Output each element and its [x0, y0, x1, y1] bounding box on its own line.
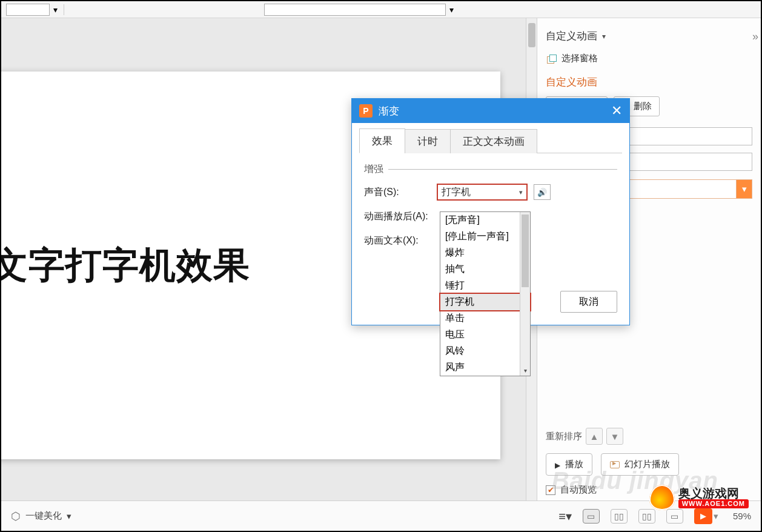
- view-normal-button[interactable]: ▭: [583, 509, 600, 524]
- tab-text-animation[interactable]: 正文文本动画: [450, 129, 537, 153]
- move-down-button[interactable]: ▼: [606, 428, 623, 445]
- logo-text-url: WWW.AOE1.COM: [678, 499, 749, 508]
- chevron-down-icon: ▾: [519, 188, 523, 196]
- selection-pane-link[interactable]: 选择窗格: [546, 47, 752, 75]
- app-icon: P: [359, 104, 373, 118]
- sound-option-click[interactable]: 单击: [440, 310, 530, 327]
- zoom-value[interactable]: 59%: [733, 511, 751, 521]
- sound-select[interactable]: 打字机 ▾: [437, 184, 528, 201]
- selection-pane-icon: [547, 55, 557, 63]
- sound-dropdown-list: [无声音] [停止前一声音] 爆炸 抽气 锤打 打字机 单击 电压 风铃 风声 …: [440, 211, 531, 376]
- selection-pane-label: 选择窗格: [562, 53, 598, 64]
- status-bar: 一键美化 ▾ ≡▾ ▭ ▯▯ ▯▯ ▭ ▾ 59%: [1, 500, 761, 531]
- tab-timing[interactable]: 计时: [405, 129, 451, 153]
- auto-preview-checkbox[interactable]: ✔: [546, 485, 555, 495]
- close-icon[interactable]: ✕: [611, 103, 622, 119]
- play-icon: [555, 459, 560, 470]
- sound-option-typewriter[interactable]: 打字机: [439, 293, 531, 311]
- scrollbar-thumb[interactable]: [528, 23, 535, 47]
- expand-icon[interactable]: »: [752, 30, 758, 43]
- chevron-down-icon[interactable]: ▾: [449, 5, 454, 15]
- preview-sound-button[interactable]: [534, 184, 551, 200]
- flame-icon: [649, 485, 675, 510]
- auto-preview-label: 自动预览: [560, 484, 597, 496]
- sound-option-wind[interactable]: 风声: [440, 359, 530, 376]
- slide-title: 文字打字机效果: [1, 241, 250, 290]
- move-up-button[interactable]: ▲: [586, 428, 603, 445]
- chevron-down-icon[interactable]: ▾: [714, 511, 722, 522]
- cancel-button[interactable]: 取消: [560, 291, 617, 313]
- sound-value: 打字机: [442, 186, 471, 199]
- dialog-title: 渐变: [379, 104, 399, 118]
- chevron-down-icon: ▾: [67, 511, 71, 522]
- sound-option-none[interactable]: [无声音]: [440, 212, 530, 228]
- animate-text-label: 动画文本(X):: [364, 234, 437, 247]
- logo-text-cn: 奥义游戏网: [678, 487, 749, 499]
- animation-item-dropdown[interactable]: ▾: [737, 179, 752, 199]
- dropdown-scrollbar[interactable]: ▴ ▾: [520, 212, 530, 376]
- group-label: 增强: [364, 163, 383, 176]
- reorder-label: 重新排序: [546, 431, 582, 442]
- view-sorter-button[interactable]: ▯▯: [611, 509, 628, 524]
- speaker-icon: [537, 187, 547, 198]
- site-logo: 奥义游戏网 WWW.AOE1.COM: [649, 485, 749, 510]
- delete-label: 删除: [634, 101, 652, 112]
- sound-option-explosion[interactable]: 爆炸: [440, 245, 530, 261]
- top-toolbar: ▾ ▾: [1, 1, 761, 18]
- play-label: 播放: [565, 459, 583, 470]
- tab-effect[interactable]: 效果: [359, 128, 405, 153]
- toolbar-box: [6, 4, 50, 16]
- scroll-down-icon[interactable]: ▾: [520, 365, 531, 376]
- sound-option-hammer[interactable]: 锤打: [440, 278, 530, 294]
- sound-label: 声音(S):: [364, 186, 437, 199]
- beautify-button[interactable]: 一键美化 ▾: [11, 510, 71, 523]
- effect-options-dialog: P 渐变 ✕ 效果 计时 正文文本动画 增强 声音(S): 打字机 ▾ 动画播放…: [351, 98, 630, 325]
- chevron-down-icon[interactable]: ▾: [53, 5, 58, 15]
- view-reading-button[interactable]: ▯▯: [638, 509, 655, 524]
- after-animation-label: 动画播放后(A):: [364, 210, 437, 223]
- sound-option-suction[interactable]: 抽气: [440, 261, 530, 278]
- menu-icon[interactable]: ≡▾: [558, 509, 572, 524]
- slideshow-icon: [610, 461, 620, 468]
- custom-animation-dropdown[interactable]: 自定义动画: [546, 25, 752, 47]
- start-slideshow-button[interactable]: [694, 508, 712, 524]
- slideshow-label: 幻灯片播放: [625, 459, 670, 470]
- sound-option-stop[interactable]: [停止前一声音]: [440, 228, 530, 245]
- view-presenter-button[interactable]: ▭: [666, 509, 683, 524]
- animation-section-title: 自定义动画: [546, 75, 752, 94]
- beautify-label: 一键美化: [25, 510, 62, 522]
- sound-option-voltage[interactable]: 电压: [440, 327, 530, 343]
- slideshow-button[interactable]: 幻灯片播放: [601, 453, 679, 476]
- sound-option-chime[interactable]: 风铃: [440, 343, 530, 359]
- scrollbar-thumb[interactable]: [522, 214, 529, 287]
- toolbar-field[interactable]: [264, 4, 446, 16]
- play-button[interactable]: 播放: [546, 453, 592, 476]
- cube-icon: [11, 510, 21, 523]
- divider: [388, 169, 617, 170]
- dialog-titlebar[interactable]: P 渐变 ✕: [352, 99, 629, 123]
